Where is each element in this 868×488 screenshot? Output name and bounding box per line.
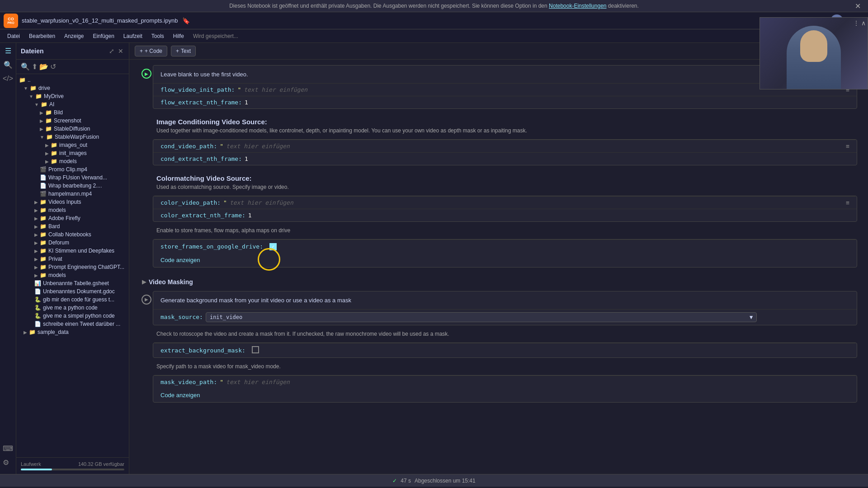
param-row-mask-video: mask_video_path: " text hier einfügen — [153, 375, 857, 388]
main-layout: ☰ 🔍 </> ⌨ ⚙ Dateien ⤢ ✕ 🔍 ⬆ 📂 ↺ 📁 .. — [0, 43, 868, 474]
list-item[interactable]: ▼ 📁 MyDrive — [16, 92, 129, 100]
cell-video-masking: ▶ Generate background mask from your ini… — [140, 291, 857, 325]
list-item[interactable]: ▶ 📁 init_images — [16, 149, 129, 157]
run-button[interactable]: ▶ — [142, 295, 151, 305]
run-button[interactable]: ▶ — [142, 69, 151, 79]
sheet-file-icon: 📊 — [34, 280, 41, 286]
list-item[interactable]: 📁 .. — [16, 76, 129, 84]
bookmark-icon[interactable]: 🔖 — [182, 17, 190, 24]
list-item[interactable]: 🐍 give me a simpel python code — [16, 312, 129, 320]
extract-bg-checkbox[interactable] — [252, 346, 259, 353]
param-key: cond_extract_nth_frame: — [160, 155, 242, 162]
param-key: flow_video_init_path: — [160, 86, 235, 93]
list-item[interactable]: ▶ 📁 models — [16, 157, 129, 165]
folder-icon: 📁 — [41, 101, 47, 108]
list-item[interactable]: 📊 Unbenannte Tabelle.gsheet — [16, 279, 129, 287]
flow-video-init-input[interactable]: text hier einfügen — [244, 86, 307, 93]
param-row-flow-video-init: flow_video_init_path: " text hier einfüg… — [153, 83, 857, 96]
menu-laufzeit[interactable]: Laufzeit — [120, 31, 146, 41]
mask-video-path-input[interactable]: text hier einfügen — [226, 379, 290, 385]
show-code-link-2[interactable]: Code anzeigen — [153, 388, 857, 402]
scroll-icon[interactable]: ≡ — [846, 199, 849, 206]
video-file-icon: 🎬 — [40, 166, 47, 173]
list-item[interactable]: ▶ 📁 models — [16, 206, 129, 214]
chevron-right-icon: ▶ — [45, 143, 49, 148]
list-item[interactable]: 🐍 gib mir den code für guess t... — [16, 296, 129, 304]
list-item[interactable]: ▶ 📁 Prompt Engineering ChatGPT... — [16, 263, 129, 271]
list-item[interactable]: ▶ 📁 StableDiffusion — [16, 125, 129, 133]
sidebar-close-icon[interactable]: ✕ — [117, 47, 124, 56]
sidebar-upload-icon[interactable]: ⬆ — [32, 62, 38, 71]
sidebar-item-adobe-firefly[interactable]: ▶ 📁 Adobe Firefly — [16, 214, 129, 222]
cell-image-conditioning: cond_video_path: " text hier einfügen ≡ … — [140, 139, 857, 165]
close-notification-button[interactable]: ✕ — [855, 2, 861, 10]
list-item[interactable]: ▶ 📁 Bard — [16, 222, 129, 230]
cell-blank-text: Leave blank to use the first video. — [153, 66, 857, 83]
list-item[interactable]: ▼ 📁 AI — [16, 100, 129, 108]
notebook-settings-link[interactable]: Notebook-Einstellungen — [549, 3, 606, 9]
search-icon[interactable]: 🔍 — [4, 61, 13, 69]
menu-bearbeiten[interactable]: Bearbeiten — [25, 31, 59, 41]
folder-icon: 📁 — [40, 248, 47, 254]
sidebar-refresh-icon[interactable]: ↺ — [50, 62, 56, 71]
list-item[interactable]: 📄 Wrap FUsion Verwand... — [16, 174, 129, 182]
menu-tools[interactable]: Tools — [148, 31, 168, 41]
list-item[interactable]: 📄 Wrap bearbeitung 2.... — [16, 182, 129, 190]
mask-source-dropdown[interactable]: init_video ▼ — [206, 312, 757, 322]
list-item[interactable]: 🎬 Promo Clip.mp4 — [16, 165, 129, 174]
video-masking-collapse[interactable]: ▶ Video Masking — [142, 275, 855, 289]
show-code-link[interactable]: Code anzeigen — [153, 253, 857, 267]
folder-icon: 📁 — [51, 142, 57, 148]
sidebar-item-give-python[interactable]: 🐍 give me a python code — [16, 304, 129, 312]
add-code-button[interactable]: + + Code — [135, 46, 167, 56]
status-text: Abgeschlossen um 15:41 — [415, 478, 476, 484]
video-more-icon[interactable]: ⋮ — [853, 19, 859, 27]
sidebar-search-icon[interactable]: 🔍 — [21, 62, 30, 71]
menu-hilfe[interactable]: Hilfe — [170, 31, 188, 41]
list-item[interactable]: ▶ 📁 Videos Inputs — [16, 198, 129, 206]
list-item[interactable]: ▶ 📁 Privat — [16, 255, 129, 263]
menu-anzeige[interactable]: Anzeige — [61, 31, 87, 41]
folder-icon: 📁 — [46, 134, 53, 140]
add-text-button[interactable]: + Text — [171, 46, 196, 56]
hamburger-icon[interactable]: ☰ — [5, 47, 11, 55]
doc-file-icon: 📄 — [34, 288, 41, 295]
menu-datei[interactable]: Datei — [4, 31, 24, 41]
list-item[interactable]: 📄 Unbenanntes Dokument.gdoc — [16, 287, 129, 296]
param-key: cond_video_path: — [160, 143, 217, 150]
color-video-input[interactable]: text hier einfügen — [230, 199, 293, 206]
chevron-right-icon: ▶ — [45, 151, 49, 156]
code-icon[interactable]: </> — [3, 75, 13, 83]
list-item[interactable]: 🎬 hampelmann.mp4 — [16, 190, 129, 198]
video-expand-icon[interactable]: ∧ — [861, 19, 866, 27]
list-item[interactable]: ▶ 📁 KI Stimmen und Deepfakes — [16, 247, 129, 255]
terminal-icon[interactable]: ⌨ — [3, 444, 13, 453]
chevron-right-icon: ▶ — [40, 110, 43, 115]
cell-flow-video: ▶ Leave blank to use the first video. fl… — [140, 65, 857, 109]
list-item[interactable]: ▶ 📁 images_out — [16, 141, 129, 149]
store-frames-checkbox[interactable]: ✓ — [269, 243, 277, 250]
sidebar-folder-icon[interactable]: 📂 — [39, 62, 48, 71]
scroll-icon[interactable]: ≡ — [846, 143, 849, 150]
list-item[interactable]: ▶ 📁 Bild — [16, 108, 129, 117]
doc-file-icon: 📄 — [40, 183, 47, 189]
notification-end: deaktivieren. — [608, 3, 639, 9]
list-item[interactable]: ▶ 📁 Collab Notebooks — [16, 230, 129, 239]
file-tree: 📁 .. ▼ 📁 drive ▼ 📁 MyDrive ▼ 📁 AI ▶ 📁 — [16, 74, 129, 457]
list-item[interactable]: ▼ 📁 drive — [16, 84, 129, 92]
list-item[interactable]: 📄 schreibe einen Tweet darüber ... — [16, 320, 129, 328]
sidebar-item-screenshot[interactable]: ▶ 📁 Screenshot — [16, 117, 129, 125]
chevron-right-icon: ▶ — [24, 330, 27, 335]
settings-icon[interactable]: ⚙ — [3, 458, 13, 467]
menu-einfugen[interactable]: Einfügen — [89, 31, 118, 41]
sidebar-expand-icon[interactable]: ⤢ — [108, 47, 115, 56]
folder-icon: 📁 — [40, 215, 47, 221]
cell-video-masking-desc1: Generate background mask from your init … — [153, 291, 857, 309]
list-item[interactable]: ▶ 📁 sample_data — [16, 328, 129, 336]
list-item[interactable]: ▼ 📁 StableWarpFusion — [16, 133, 129, 141]
list-item[interactable]: ▶ 📁 models — [16, 271, 129, 279]
param-key: extract_background_mask: — [160, 347, 245, 354]
cond-video-input[interactable]: text hier einfügen — [226, 143, 290, 150]
chevron-down-icon: ▼ — [29, 94, 33, 99]
list-item[interactable]: ▶ 📁 Deforum — [16, 239, 129, 247]
